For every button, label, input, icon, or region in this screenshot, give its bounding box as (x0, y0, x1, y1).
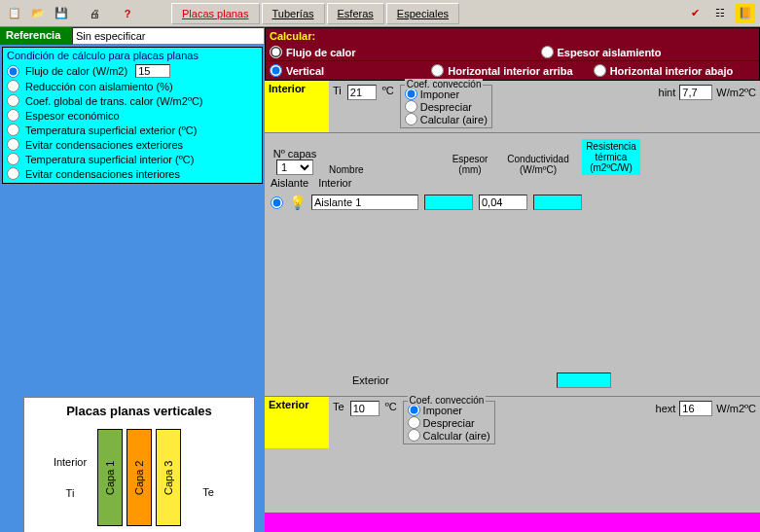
new-icon[interactable]: 📋 (4, 3, 25, 24)
calc-panel: Calcular: Flujo de calor Espesor aislami… (265, 27, 760, 81)
tab-esferas[interactable]: Esferas (327, 3, 384, 24)
cond-label-7: Evitar condensaciones interiores (25, 168, 180, 180)
cond-reduccion[interactable] (7, 80, 19, 92)
cond-temp-int[interactable] (7, 153, 19, 165)
diagram-interior-side: Interior Ti (47, 456, 93, 499)
capa-3: Capa 3 (156, 429, 181, 526)
status-bar (265, 513, 760, 532)
ti-label: Ti (333, 85, 342, 96)
orient-h-arriba[interactable]: Horizontal interior arriba (431, 64, 593, 77)
cond-conden-ext[interactable] (7, 138, 19, 151)
hint-label: hint (659, 87, 676, 98)
diagram-title: Placas planas verticales (30, 404, 248, 418)
layer-row: 💡 (271, 195, 754, 210)
hext-unit: W/m2ºC (716, 403, 756, 414)
capa-2: Capa 2 (127, 429, 152, 526)
cond-label-4: Temperatura superficial exterior (ºC) (25, 124, 197, 136)
toolbar: 📋 📂 💾 🖨 ? Placas planas Tuberías Esferas… (0, 0, 760, 27)
cond-label-0: Flujo de calor (W/m2) (25, 65, 127, 77)
reference-input[interactable] (72, 27, 265, 45)
exterior-cyan-cell (557, 372, 611, 388)
capa-1: Capa 1 (97, 429, 123, 526)
te-label: Te (333, 401, 344, 412)
coef-ext-legend: Coef. convección (408, 395, 487, 406)
col-nombre: Nombre (329, 164, 436, 175)
coef-int-legend: Coef. convección (405, 79, 484, 89)
cond-label-1: Reducción con aislamiento (%) (25, 81, 173, 92)
ncapas-select[interactable]: 1 (276, 160, 313, 175)
hext-label: hext (656, 403, 676, 414)
ti-unit: ºC (382, 85, 394, 96)
open-icon[interactable]: 📂 (27, 3, 49, 24)
conduct-input[interactable] (479, 195, 527, 210)
hint-unit: W/m2ºC (716, 87, 756, 98)
tab-placas-planas[interactable]: Placas planas (171, 3, 260, 24)
te-input[interactable] (350, 401, 380, 416)
aislante-label: Aislante (271, 177, 308, 189)
ncapas-label: Nº capas (271, 148, 319, 160)
cond-label-2: Coef. global de trans. calor (W/m2ºC) (25, 95, 203, 107)
cond-flujo-calor[interactable] (7, 65, 19, 78)
cond-temp-ext[interactable] (7, 124, 19, 136)
coef-int-calcular[interactable]: Calcular (aire) (405, 113, 488, 125)
conditions-title: Condición de cálculo para placas planas (5, 50, 260, 61)
interior-label: Interior (265, 81, 329, 132)
espesor-cell[interactable] (424, 195, 473, 210)
cond-label-5: Evitar condensaciones exteriores (25, 139, 183, 151)
cond-espesor-econ[interactable] (7, 109, 19, 122)
orient-h-abajo[interactable]: Horizontal interior abajo (594, 64, 755, 77)
chart-icon[interactable]: ☷ (709, 3, 731, 24)
exterior-label: Exterior (265, 397, 329, 448)
coef-int-despreciar[interactable]: Despreciar (405, 100, 488, 113)
orient-vertical[interactable]: Vertical (270, 64, 431, 77)
diagram-interior-label: Interior (47, 456, 93, 468)
coef-ext-despreciar[interactable]: Despreciar (408, 416, 490, 429)
conditions-panel: Condición de cálculo para placas planas … (2, 47, 263, 184)
print-icon[interactable]: 🖨 (84, 3, 105, 24)
layers-section: Nº capas 1 Nombre Espesor (mm) Conductiv… (265, 133, 760, 396)
cond-conden-int[interactable] (7, 167, 19, 180)
cond-coef-global[interactable] (7, 94, 19, 107)
tab-especiales[interactable]: Especiales (386, 3, 459, 24)
coef-ext-group: Coef. convección Imponer Despreciar Calc… (403, 401, 495, 444)
coef-ext-calcular[interactable]: Calcular (aire) (408, 429, 490, 442)
calc-title: Calcular: (266, 28, 759, 44)
check-icon[interactable]: ✔ (684, 3, 706, 24)
ti-input[interactable] (347, 85, 377, 100)
layer-radio[interactable] (271, 196, 283, 209)
exterior-section: Exterior Te ºC Coef. convección Imponer … (265, 396, 760, 448)
coef-int-group: Coef. convección Imponer Despreciar Calc… (400, 85, 492, 128)
col-resist: Resistencia térmica (m2ºC/W) (582, 139, 640, 175)
calc-espesor[interactable]: Espesor aislamiento (541, 46, 662, 58)
resist-cell (533, 195, 582, 210)
te-unit: ºC (385, 401, 397, 412)
tab-tuberias[interactable]: Tuberías (262, 3, 325, 24)
cond-value-input[interactable] (135, 64, 170, 78)
right-panel: Calcular: Flujo de calor Espesor aislami… (265, 27, 760, 532)
hext-input[interactable] (679, 401, 712, 416)
diagram-exterior-side: Te (185, 457, 232, 498)
reference-label: Referencia (0, 27, 72, 45)
cond-label-3: Espesor económico (25, 110, 120, 122)
diagram-ti-label: Ti (47, 487, 93, 499)
col-conduct: Conductividad (W/mºC) (504, 154, 572, 175)
calc-flujo[interactable]: Flujo de calor (270, 46, 356, 58)
diagram-panel: Placas planas verticales Interior Ti Cap… (23, 397, 255, 532)
bulb-icon[interactable]: 💡 (289, 195, 306, 210)
interior-section: Interior Ti ºC Coef. convección Imponer … (265, 81, 760, 133)
help-icon[interactable]: ? (117, 3, 138, 24)
left-panel: Referencia Condición de cálculo para pla… (0, 27, 265, 532)
exit-icon[interactable]: 📙 (735, 3, 756, 24)
layers-exterior-label: Exterior (352, 374, 389, 386)
col-espesor: Espesor (mm) (446, 154, 494, 175)
interior-sub-label: Interior (318, 177, 351, 189)
save-icon[interactable]: 💾 (51, 3, 72, 24)
hint-input[interactable] (679, 85, 712, 100)
diagram-te-label: Te (185, 486, 232, 498)
layer-name-input[interactable] (311, 195, 418, 210)
cond-label-6: Temperatura superficial interior (ºC) (25, 154, 194, 165)
